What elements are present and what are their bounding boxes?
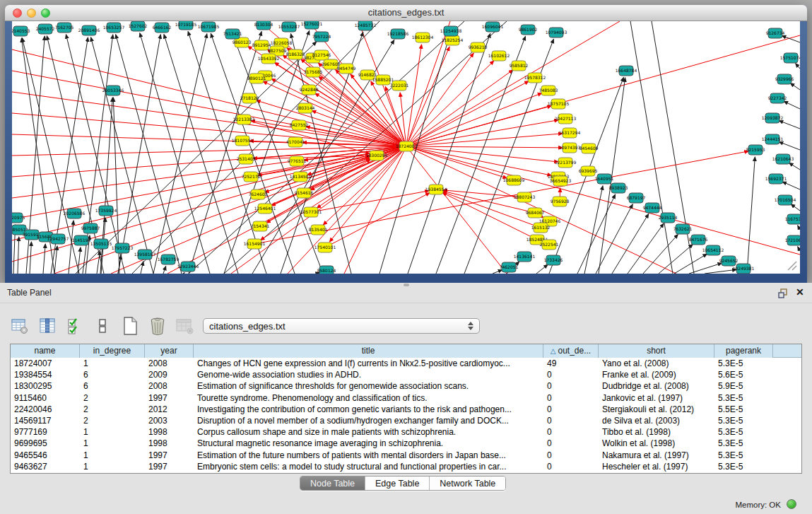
tab-network-table[interactable]: Network Table xyxy=(430,477,505,490)
node-table[interactable]: namein_degreeyeartitle△out_de...shortpag… xyxy=(10,344,802,474)
graph-node[interactable]: 1615132 xyxy=(531,223,551,233)
graph-node[interactable]: 12485732 xyxy=(355,21,377,30)
table-selector-dropdown[interactable]: citations_edges.txt xyxy=(203,318,480,334)
resize-grip-icon[interactable] xyxy=(788,262,796,270)
graph-node[interactable]: 6879197 xyxy=(627,193,646,203)
graph-node[interactable]: 9585812 xyxy=(510,61,529,71)
graph-node[interactable]: 7624601 xyxy=(249,189,268,199)
graph-node[interactable]: 10543392 xyxy=(258,54,280,64)
graph-node[interactable]: 9756928 xyxy=(551,197,570,206)
graph-node[interactable]: 15751074 xyxy=(780,53,800,63)
graph-node[interactable]: 9242848 xyxy=(300,85,319,95)
column-visibility-icon[interactable] xyxy=(37,316,57,336)
table-row[interactable]: 946554611997Estimation of the future num… xyxy=(11,450,801,461)
graph-node[interactable]: 9245652 xyxy=(719,256,739,266)
graph-node[interactable]: 8580124 xyxy=(317,266,336,274)
graph-node[interactable]: 16210643 xyxy=(772,154,794,164)
column-header-title[interactable]: title xyxy=(194,344,543,358)
graph-node[interactable]: 2522541 xyxy=(540,240,559,250)
graph-node[interactable]: 16654923 xyxy=(550,176,572,186)
table-row[interactable]: 1938455462009Genome-wide association stu… xyxy=(11,369,801,380)
graph-node[interactable]: 14134501 xyxy=(290,172,312,182)
graph-node[interactable]: 10249381 xyxy=(733,264,755,274)
graph-node[interactable]: 18107551 xyxy=(232,136,254,146)
graph-node[interactable]: 9329966 xyxy=(775,74,794,84)
graph-node[interactable]: 8135401 xyxy=(309,225,328,235)
graph-node[interactable]: 17016504 xyxy=(775,195,796,205)
column-header-name[interactable]: name xyxy=(11,344,80,358)
graph-node[interactable]: 7957224 xyxy=(312,32,331,42)
graph-node[interactable]: 1733426 xyxy=(544,255,563,265)
graph-node[interactable]: 2405572 xyxy=(36,24,55,34)
graph-node[interactable]: 2531403 xyxy=(237,154,256,164)
table-row[interactable]: 969969511998Structural magnetic resonanc… xyxy=(11,438,801,449)
graph-node[interactable]: 7485083 xyxy=(539,86,558,95)
graph-node[interactable]: 20891406 xyxy=(78,25,100,35)
table-row[interactable]: 1830029562008Estimation of significance … xyxy=(11,380,801,392)
graph-node[interactable]: 9936210 xyxy=(469,42,488,52)
graph-node[interactable]: 7162705 xyxy=(55,23,74,33)
graph-node[interactable]: 19218586 xyxy=(387,29,409,39)
graph-node[interactable]: 10794093 xyxy=(546,28,567,37)
graph-node[interactable]: 12093872 xyxy=(762,113,784,123)
graph-node[interactable]: 9975887 xyxy=(81,223,100,233)
graph-node[interactable]: 19578312 xyxy=(524,73,546,83)
graph-node[interactable]: 3222031 xyxy=(390,81,409,90)
table-settings-icon[interactable] xyxy=(10,316,30,336)
table-row[interactable]: 977716911998Corpus callosum shape and si… xyxy=(11,426,801,438)
row-height-icon[interactable] xyxy=(93,316,112,336)
graph-node[interactable]: 7462051 xyxy=(500,262,519,272)
graph-node[interactable]: 18757105 xyxy=(548,99,570,109)
graph-node[interactable]: 9126734 xyxy=(766,28,785,38)
graph-node[interactable]: 10719185 xyxy=(175,21,197,30)
graph-node[interactable]: 7252170 xyxy=(242,172,261,182)
new-table-icon[interactable] xyxy=(120,316,140,336)
graph-node[interactable]: 8127546 xyxy=(312,50,331,60)
graph-node[interactable]: 10654112 xyxy=(702,245,724,255)
graph-node[interactable]: 1527602 xyxy=(129,21,148,31)
graph-node[interactable]: 6466162 xyxy=(153,23,172,33)
column-header-in_degree[interactable]: in_degree xyxy=(80,344,145,358)
table-row[interactable]: 1456911722003Disruption of a novel membe… xyxy=(11,415,801,426)
graph-node[interactable]: 8938923 xyxy=(609,183,628,193)
graph-node[interactable]: 2718120 xyxy=(240,93,259,103)
graph-node[interactable]: 11825254 xyxy=(442,35,464,45)
tab-node-table[interactable]: Node Table xyxy=(300,477,365,490)
graph-node[interactable]: 12213799 xyxy=(555,158,577,168)
graph-node[interactable]: 4170041 xyxy=(286,137,305,147)
graph-node[interactable]: 10688609 xyxy=(503,175,525,185)
graph-node[interactable]: 7632621 xyxy=(673,224,693,234)
graph-node[interactable]: 1145194 xyxy=(72,235,91,245)
delete-rows-icon[interactable] xyxy=(148,316,167,336)
graph-node[interactable]: 1721064 xyxy=(785,235,800,245)
graph-node[interactable]: 9684067 xyxy=(526,208,545,218)
graph-node[interactable]: 8130304 xyxy=(254,21,273,30)
graph-node[interactable]: 13958167 xyxy=(134,250,156,259)
graph-node[interactable]: 2803144 xyxy=(296,103,315,113)
graph-node[interactable]: 8215953 xyxy=(746,145,765,155)
table-row[interactable]: 1872400712008Changes of HCN gene express… xyxy=(11,358,801,369)
graph-node[interactable]: 2935114 xyxy=(659,213,678,223)
table-row[interactable]: 911546021997Tourette syndrome. Phenomeno… xyxy=(11,392,801,404)
graph-node[interactable]: 8471676 xyxy=(689,235,708,245)
graph-node[interactable]: 12444151 xyxy=(762,134,784,144)
graph-node[interactable]: 10553287 xyxy=(278,22,300,32)
graph-node[interactable]: 10653257 xyxy=(103,23,125,33)
window-titlebar[interactable]: citations_edges.txt xyxy=(5,5,807,21)
column-header-out_de[interactable]: △out_de... xyxy=(543,344,599,358)
graph-node[interactable]: 9474444 xyxy=(643,203,662,213)
graph-node[interactable]: 10671985 xyxy=(198,22,220,32)
graph-node[interactable]: 16782759 xyxy=(158,255,180,264)
graph-node[interactable]: 12546401 xyxy=(254,204,276,214)
float-panel-icon[interactable] xyxy=(778,288,789,298)
graph-node[interactable]: 16102612 xyxy=(488,51,510,61)
graph-node[interactable]: 17540101 xyxy=(314,243,336,252)
graph-node[interactable]: 12942757 xyxy=(47,234,69,244)
column-header-pagerank[interactable]: pagerank xyxy=(714,344,773,358)
graph-node[interactable]: 13505135 xyxy=(90,239,112,249)
graph-node[interactable]: 7513421 xyxy=(223,29,242,39)
graph-node[interactable]: 16154901 xyxy=(244,239,266,249)
graph-node[interactable]: 18612304 xyxy=(412,33,434,42)
graph-node[interactable]: 8427552 xyxy=(290,120,309,130)
graph-node[interactable]: 2140553 xyxy=(12,26,30,36)
